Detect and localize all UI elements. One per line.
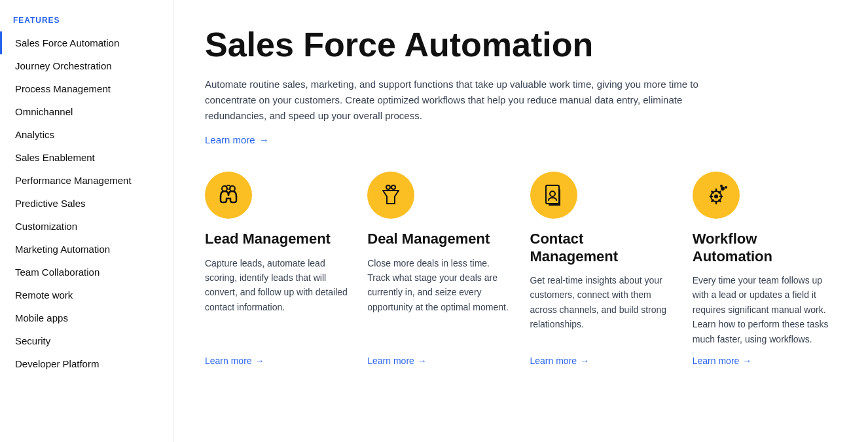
sidebar-item-omnichannel[interactable]: Omnichannel bbox=[0, 100, 173, 123]
card-icon-0 bbox=[205, 172, 252, 219]
feature-card-3: Workflow Automation Every time your team… bbox=[693, 172, 837, 366]
sidebar-item-sales-force-automation[interactable]: Sales Force Automation bbox=[0, 31, 173, 54]
card-description-2: Get real-time insights about your custom… bbox=[530, 273, 674, 346]
svg-point-7 bbox=[550, 191, 555, 196]
arrow-right-icon: → bbox=[580, 356, 589, 366]
svg-point-5 bbox=[391, 185, 395, 189]
sidebar-item-customization[interactable]: Customization bbox=[0, 215, 173, 238]
main-content: Sales Force Automation Automate routine … bbox=[173, 0, 868, 442]
card-icon-1 bbox=[367, 172, 414, 219]
sidebar-item-sales-enablement[interactable]: Sales Enablement bbox=[0, 146, 173, 169]
sidebar-nav: Sales Force AutomationJourney Orchestrat… bbox=[0, 31, 173, 375]
page-description: Automate routine sales, marketing, and s… bbox=[205, 77, 715, 124]
svg-point-11 bbox=[725, 186, 727, 189]
card-title-0: Lead Management bbox=[205, 230, 349, 248]
svg-point-9 bbox=[714, 194, 718, 198]
sidebar-item-team-collaboration[interactable]: Team Collaboration bbox=[0, 261, 173, 284]
arrow-right-icon: → bbox=[259, 134, 269, 145]
card-learn-more-link-3[interactable]: Learn more → bbox=[693, 356, 837, 366]
card-title-2: Contact Management bbox=[530, 230, 674, 265]
card-description-3: Every time your team follows up with a l… bbox=[693, 273, 837, 346]
card-title-1: Deal Management bbox=[367, 230, 511, 248]
card-description-1: Close more deals in less time. Track wha… bbox=[367, 256, 511, 346]
sidebar-item-analytics[interactable]: Analytics bbox=[0, 123, 173, 146]
svg-point-12 bbox=[720, 185, 723, 187]
card-icon-2 bbox=[530, 172, 577, 219]
card-icon-3 bbox=[693, 172, 740, 219]
sidebar-section-label: FEATURES bbox=[0, 16, 173, 31]
sidebar-item-security[interactable]: Security bbox=[0, 329, 173, 352]
card-learn-more-link-2[interactable]: Learn more → bbox=[530, 356, 674, 366]
card-learn-more-link-0[interactable]: Learn more → bbox=[205, 356, 349, 366]
svg-point-4 bbox=[386, 185, 390, 189]
cards-grid: Lead Management Capture leads, automate … bbox=[205, 172, 837, 366]
sidebar-item-predictive-sales[interactable]: Predictive Sales bbox=[0, 192, 173, 215]
arrow-right-icon: → bbox=[255, 356, 264, 366]
svg-rect-6 bbox=[546, 185, 559, 204]
card-title-3: Workflow Automation bbox=[693, 230, 837, 265]
feature-card-1: Deal Management Close more deals in less… bbox=[367, 172, 511, 366]
feature-card-2: Contact Management Get real-time insight… bbox=[530, 172, 674, 366]
arrow-right-icon: → bbox=[742, 356, 751, 366]
sidebar-item-process-management[interactable]: Process Management bbox=[0, 77, 173, 100]
sidebar-item-remote-work[interactable]: Remote work bbox=[0, 284, 173, 306]
sidebar-item-marketing-automation[interactable]: Marketing Automation bbox=[0, 238, 173, 261]
sidebar: FEATURES Sales Force AutomationJourney O… bbox=[0, 0, 173, 442]
feature-card-0: Lead Management Capture leads, automate … bbox=[205, 172, 349, 366]
sidebar-item-mobile-apps[interactable]: Mobile apps bbox=[0, 306, 173, 329]
sidebar-item-developer-platform[interactable]: Developer Platform bbox=[0, 352, 173, 375]
sidebar-item-performance-management[interactable]: Performance Management bbox=[0, 169, 173, 192]
main-learn-more-link[interactable]: Learn more → bbox=[205, 134, 269, 145]
card-description-0: Capture leads, automate lead scoring, id… bbox=[205, 256, 349, 346]
page-title: Sales Force Automation bbox=[205, 26, 837, 64]
sidebar-item-journey-orchestration[interactable]: Journey Orchestration bbox=[0, 54, 173, 77]
card-learn-more-link-1[interactable]: Learn more → bbox=[367, 356, 511, 366]
arrow-right-icon: → bbox=[418, 356, 427, 366]
